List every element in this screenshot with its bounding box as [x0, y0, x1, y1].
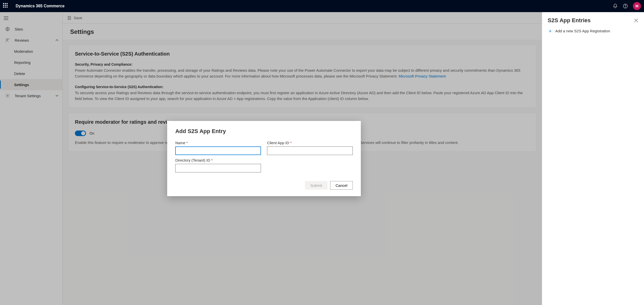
app-launcher-icon[interactable]	[3, 3, 9, 9]
name-label: Name*	[175, 141, 261, 145]
svg-point-1	[625, 7, 625, 7]
tenant-id-label: Directory (Tenant) ID*	[175, 158, 261, 162]
plus-icon: ＋	[548, 28, 552, 33]
topbar: Dynamics 365 Commerce M	[0, 0, 644, 12]
flyout-title: S2S App Entries	[548, 17, 591, 24]
help-icon[interactable]	[623, 4, 628, 9]
close-icon[interactable]	[634, 18, 638, 23]
avatar[interactable]: M	[633, 2, 641, 10]
name-input[interactable]	[175, 146, 261, 155]
client-app-id-label: Client App ID*	[267, 141, 353, 145]
cancel-button[interactable]: Cancel	[330, 181, 353, 190]
notifications-icon[interactable]	[613, 4, 618, 9]
add-link-label: Add a new S2S App Registration	[555, 29, 610, 33]
tenant-id-input[interactable]	[175, 164, 261, 172]
submit-button[interactable]: Submit	[305, 181, 328, 190]
add-s2s-registration-button[interactable]: ＋ Add a new S2S App Registration	[548, 28, 638, 33]
shell: Sites Reviews Moderation Reporting Delet…	[0, 12, 644, 305]
s2s-entries-panel: S2S App Entries ＋ Add a new S2S App Regi…	[542, 12, 644, 305]
client-app-id-input[interactable]	[267, 146, 353, 155]
add-s2s-modal: Add S2S App Entry Name* Client App ID* D…	[167, 121, 361, 196]
app-title: Dynamics 365 Commerce	[16, 4, 613, 8]
modal-title: Add S2S App Entry	[175, 128, 353, 135]
